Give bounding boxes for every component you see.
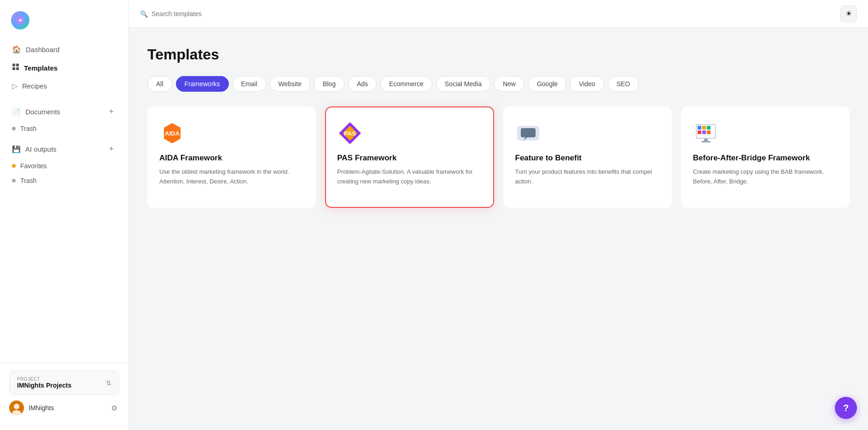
sun-icon: ☀ — [845, 9, 852, 18]
card-bab[interactable]: Before-After-Bridge Framework Create mar… — [681, 106, 850, 208]
main-nav: 🏠 Dashboard Templates ▷ Recipes 📄 — [0, 41, 128, 359]
svg-rect-25 — [704, 139, 708, 141]
svg-rect-20 — [702, 126, 706, 130]
svg-rect-21 — [707, 126, 711, 130]
tab-all[interactable]: All — [147, 76, 172, 92]
tab-video[interactable]: Video — [570, 76, 604, 92]
svg-rect-2 — [16, 64, 19, 66]
card-aida[interactable]: AIDA AIDA Framework Use the oldest marke… — [147, 106, 316, 208]
add-ai-output-button[interactable]: + — [106, 143, 117, 155]
svg-rect-22 — [698, 130, 701, 134]
card-pas[interactable]: PAS PAS Framework Problem-Agitate-Soluti… — [325, 106, 494, 208]
aida-desc: Use the oldest marketing framework in th… — [159, 167, 304, 187]
tab-blog[interactable]: Blog — [314, 76, 344, 92]
aida-icon: AIDA — [159, 120, 185, 146]
app-logo — [11, 11, 29, 29]
card-ftb[interactable]: Feature to Benefit Turn your product fea… — [503, 106, 672, 208]
project-selector[interactable]: PROJECT IMNights Projects ⇅ — [9, 371, 119, 395]
page-title: Templates — [147, 46, 850, 63]
bab-title: Before-After-Bridge Framework — [693, 153, 838, 163]
ai-trash-dot — [12, 179, 16, 183]
sidebar-item-favorites[interactable]: Favorites — [6, 159, 123, 173]
svg-rect-1 — [12, 64, 15, 66]
bab-icon — [693, 120, 719, 146]
project-label: PROJECT — [17, 377, 71, 382]
documents-trash-label: Trash — [20, 125, 36, 132]
search-icon: 🔍 — [140, 10, 148, 18]
ai-outputs-section: 💾 AI outputs + Favorites Trash — [6, 140, 123, 188]
project-info: PROJECT IMNights Projects — [17, 377, 71, 389]
project-name: IMNights Projects — [17, 382, 71, 389]
logo-area — [0, 7, 128, 41]
documents-label: Documents — [25, 108, 60, 116]
tab-seo[interactable]: SEO — [608, 76, 639, 92]
theme-toggle-button[interactable]: ☀ — [840, 6, 857, 22]
svg-text:AIDA: AIDA — [165, 130, 180, 137]
bab-desc: Create marketing copy using the BAB fram… — [693, 167, 838, 187]
ai-outputs-label: AI outputs — [25, 145, 57, 153]
user-name: IMNights — [29, 404, 109, 412]
documents-header: 📄 Documents + — [6, 102, 123, 121]
user-row: IMNights ⚙ — [9, 401, 119, 415]
tab-frameworks[interactable]: Frameworks — [176, 76, 229, 92]
sidebar-item-templates[interactable]: Templates — [6, 59, 123, 77]
templates-label: Templates — [24, 64, 58, 72]
search-container: 🔍 — [140, 10, 244, 18]
ai-outputs-icon: 💾 — [12, 145, 21, 153]
project-chevron-icon: ⇅ — [106, 379, 111, 387]
sidebar-footer: PROJECT IMNights Projects ⇅ IMNights ⚙ — [0, 363, 128, 423]
sidebar: 🏠 Dashboard Templates ▷ Recipes 📄 — [0, 0, 129, 430]
sidebar-item-recipes[interactable]: ▷ Recipes — [6, 77, 123, 95]
svg-rect-19 — [698, 126, 701, 130]
content-area: Templates All Frameworks Email Website B… — [129, 28, 868, 430]
sidebar-item-dashboard[interactable]: 🏠 Dashboard — [6, 41, 123, 59]
tab-email[interactable]: Email — [233, 76, 266, 92]
tab-google[interactable]: Google — [528, 76, 566, 92]
sidebar-item-ai-trash[interactable]: Trash — [6, 173, 123, 188]
documents-left: 📄 Documents — [12, 108, 60, 116]
pas-title: PAS Framework — [337, 153, 482, 163]
search-input[interactable] — [151, 10, 244, 18]
document-icon: 📄 — [12, 108, 21, 116]
templates-icon — [12, 63, 19, 72]
add-document-button[interactable]: + — [106, 106, 117, 118]
svg-text:PAS: PAS — [344, 130, 356, 137]
tab-new[interactable]: New — [494, 76, 524, 92]
main-area: 🔍 ☀ Templates All Frameworks Email Websi… — [129, 0, 868, 430]
help-button[interactable]: ? — [835, 397, 857, 419]
tab-ecommerce[interactable]: Ecommerce — [380, 76, 432, 92]
ai-trash-label: Trash — [20, 177, 36, 184]
tab-website[interactable]: Website — [270, 76, 310, 92]
ai-outputs-header: 💾 AI outputs + — [6, 140, 123, 159]
topbar: 🔍 ☀ — [129, 0, 868, 28]
tab-ads[interactable]: Ads — [348, 76, 377, 92]
svg-rect-3 — [12, 67, 15, 70]
user-info: IMNights — [9, 401, 109, 415]
pas-icon: PAS — [337, 120, 363, 146]
ftb-title: Feature to Benefit — [515, 153, 660, 163]
tab-social-media[interactable]: Social Media — [436, 76, 490, 92]
svg-rect-26 — [701, 141, 711, 142]
svg-rect-4 — [16, 67, 19, 70]
sidebar-item-documents-trash[interactable]: Trash — [6, 121, 123, 136]
svg-rect-23 — [702, 130, 706, 134]
aida-title: AIDA Framework — [159, 153, 304, 163]
pas-desc: Problem-Agitate-Solution. A valuable fra… — [337, 167, 482, 187]
home-icon: 🏠 — [12, 45, 21, 54]
settings-button[interactable]: ⚙ — [109, 402, 119, 414]
svg-rect-15 — [521, 128, 536, 137]
ftb-desc: Turn your product features into benefits… — [515, 167, 660, 187]
favorites-label: Favorites — [20, 162, 47, 170]
svg-point-6 — [14, 404, 19, 409]
favorites-dot — [12, 164, 16, 168]
documents-trash-dot — [12, 127, 16, 130]
cards-grid: AIDA AIDA Framework Use the oldest marke… — [147, 106, 850, 208]
filter-tabs: All Frameworks Email Website Blog Ads Ec… — [147, 76, 850, 92]
recipes-icon: ▷ — [12, 82, 17, 90]
ftb-icon — [515, 120, 541, 146]
ai-outputs-left: 💾 AI outputs — [12, 145, 57, 153]
recipes-label: Recipes — [22, 82, 47, 90]
documents-section: 📄 Documents + Trash — [6, 102, 123, 136]
help-icon: ? — [843, 403, 849, 413]
avatar — [9, 401, 24, 415]
